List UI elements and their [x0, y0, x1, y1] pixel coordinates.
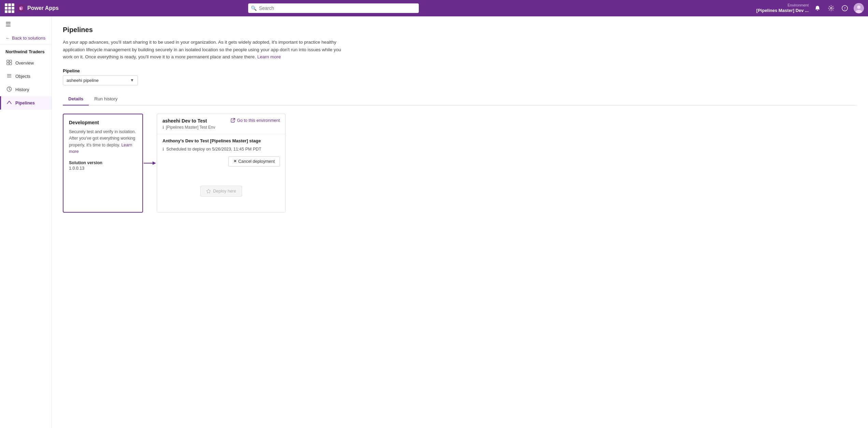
- settings-icon[interactable]: [826, 3, 836, 13]
- pipeline-selected-value: asheehi pipeline: [67, 78, 99, 83]
- svg-rect-18: [7, 63, 9, 65]
- tabs: Details Run history: [63, 93, 857, 105]
- app-logo: Power Apps: [18, 5, 79, 12]
- svg-rect-1: [8, 3, 11, 6]
- stage-env-name: ℹ [Pipelines Master] Test Env: [162, 125, 280, 130]
- chevron-down-icon: ▼: [130, 78, 134, 83]
- environment-name: [Pipelines Master] Dev ...: [756, 8, 809, 14]
- main-layout: ☰ ← Back to solutions Northwind Traders …: [0, 16, 868, 428]
- topbar-right: Environment [Pipelines Master] Dev ... ?: [756, 3, 864, 13]
- svg-rect-6: [5, 10, 8, 13]
- svg-marker-25: [153, 161, 156, 165]
- deploy-here-button[interactable]: Deploy here: [200, 186, 242, 197]
- sidebar-section-title: Northwind Traders: [0, 44, 52, 56]
- stage-info-row: ℹ Scheduled to deploy on 5/26/2023, 11:4…: [162, 147, 280, 152]
- stage-card: asheehi Dev to Test Go to this environme…: [157, 114, 286, 213]
- stage-name: Anthony's Dev to Test [Pipelines Master]…: [162, 138, 280, 143]
- overview-icon: [6, 60, 12, 66]
- svg-rect-5: [12, 7, 14, 10]
- notification-bell[interactable]: [813, 3, 822, 13]
- svg-rect-16: [7, 60, 9, 62]
- sidebar-item-label: Objects: [15, 74, 30, 79]
- svg-rect-3: [5, 7, 8, 10]
- stage-title: asheehi Dev to Test: [162, 118, 207, 124]
- topbar: Power Apps 🔍 Environment [Pipelines Mast…: [0, 0, 868, 16]
- main-content: Pipelines As your app advances, you'll s…: [52, 16, 868, 428]
- development-card-title: Development: [69, 120, 137, 125]
- svg-rect-0: [5, 3, 8, 6]
- objects-icon: [6, 73, 12, 80]
- pipeline-dropdown[interactable]: asheehi pipeline ▼: [63, 75, 138, 85]
- page-title: Pipelines: [63, 26, 857, 34]
- svg-rect-2: [12, 3, 14, 6]
- avatar[interactable]: [854, 3, 864, 13]
- info-circle-icon: ℹ: [162, 147, 164, 152]
- sidebar: ☰ ← Back to solutions Northwind Traders …: [0, 16, 52, 428]
- svg-line-26: [233, 118, 235, 120]
- sidebar-item-history[interactable]: History: [0, 83, 52, 96]
- help-icon[interactable]: ?: [840, 3, 850, 13]
- x-icon: ✕: [233, 159, 237, 163]
- environment-label: Environment: [787, 3, 809, 8]
- svg-rect-19: [10, 63, 12, 65]
- info-icon: ℹ: [162, 125, 164, 130]
- svg-rect-17: [10, 60, 12, 62]
- sidebar-toggle[interactable]: ☰: [0, 16, 52, 32]
- development-card: Development Securely test and verify in …: [63, 114, 143, 213]
- tab-details[interactable]: Details: [63, 93, 89, 105]
- svg-text:?: ?: [844, 6, 846, 10]
- cancel-deployment-button[interactable]: ✕ Cancel deployment: [228, 156, 280, 167]
- app-name: Power Apps: [27, 5, 59, 11]
- scheduled-info: Scheduled to deploy on 5/26/2023, 11:45 …: [166, 147, 261, 152]
- arrow-connector: [143, 160, 157, 167]
- cancel-row: ✕ Cancel deployment: [162, 156, 280, 167]
- sidebar-item-label: Pipelines: [15, 100, 35, 105]
- back-arrow-icon: ←: [5, 35, 10, 41]
- pipeline-flow: Development Securely test and verify in …: [63, 114, 857, 213]
- search-icon: 🔍: [251, 5, 257, 11]
- sidebar-item-pipelines[interactable]: Pipelines: [0, 96, 52, 110]
- stage-card-header: asheehi Dev to Test Go to this environme…: [157, 114, 285, 134]
- environment-info: Environment [Pipelines Master] Dev ...: [756, 3, 809, 13]
- svg-point-14: [857, 5, 860, 9]
- tab-run-history[interactable]: Run history: [89, 93, 123, 105]
- back-to-solutions[interactable]: ← Back to solutions: [0, 32, 52, 44]
- waffle-button[interactable]: [4, 3, 15, 14]
- sidebar-item-label: Overview: [15, 60, 34, 66]
- svg-rect-4: [8, 7, 11, 10]
- sidebar-item-overview[interactable]: Overview: [0, 56, 52, 70]
- goto-environment-button[interactable]: Go to this environment: [231, 118, 280, 123]
- svg-rect-8: [12, 10, 14, 13]
- svg-rect-7: [8, 10, 11, 13]
- back-to-solutions-label: Back to solutions: [12, 35, 45, 41]
- deploy-row: Deploy here: [157, 175, 285, 202]
- sidebar-item-label: History: [15, 87, 29, 92]
- pipelines-icon: [6, 100, 12, 106]
- learn-more-link[interactable]: Learn more: [257, 54, 281, 59]
- stage-body: Anthony's Dev to Test [Pipelines Master]…: [157, 134, 285, 175]
- search-container: 🔍: [248, 3, 419, 13]
- search-input[interactable]: [248, 3, 419, 13]
- page-description: As your app advances, you'll start shari…: [63, 39, 343, 61]
- goto-env-label: Go to this environment: [237, 118, 280, 123]
- development-card-desc: Securely test and verify in isolation. A…: [69, 129, 137, 155]
- sidebar-item-objects[interactable]: Objects: [0, 70, 52, 83]
- svg-point-10: [830, 8, 832, 9]
- solution-version-value: 1.0.0.13: [69, 166, 137, 171]
- pipeline-label: Pipeline: [63, 68, 857, 73]
- stage-header-top: asheehi Dev to Test Go to this environme…: [162, 118, 280, 124]
- history-icon: [6, 86, 12, 93]
- solution-version-label: Solution version: [69, 160, 137, 165]
